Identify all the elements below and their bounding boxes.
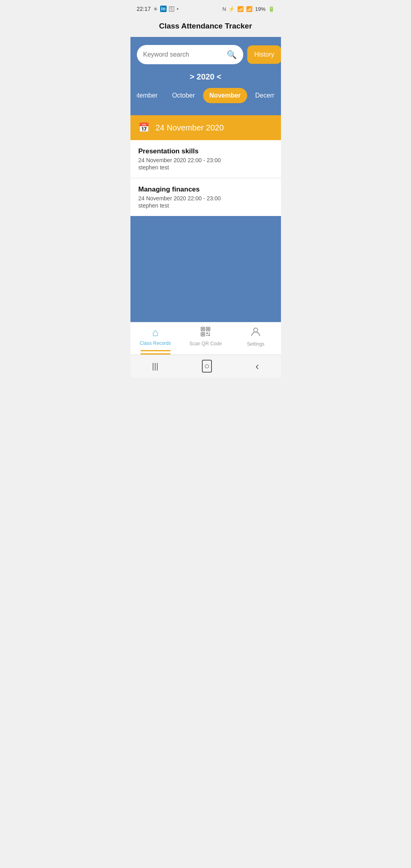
class-time-1: 24 November 2020 22:00 - 23:00 <box>138 157 273 163</box>
svg-rect-6 <box>206 332 208 334</box>
date-text: 24 November 2020 <box>156 123 224 132</box>
svg-rect-9 <box>208 334 210 336</box>
blue-spacer <box>130 216 281 322</box>
svg-rect-1 <box>202 328 204 330</box>
search-icon: 🔍 <box>227 50 237 59</box>
month-tabs: September October November December <box>137 88 275 103</box>
signal-icon: 📶 <box>246 6 252 12</box>
badge-icon: 🅂 <box>169 6 174 12</box>
month-tab-october[interactable]: October <box>166 88 201 103</box>
time-display: 22:17 <box>137 6 151 12</box>
history-button[interactable]: History <box>247 45 281 64</box>
nav-class-records-label: Class Records <box>140 340 171 346</box>
month-tab-december[interactable]: December <box>249 88 275 103</box>
month-tab-september[interactable]: September <box>137 88 164 103</box>
bluetooth-icon: ⚡ <box>228 6 235 12</box>
nav-scan-qr-label: Scan QR Code <box>189 341 222 346</box>
dot-icon: • <box>177 6 179 12</box>
date-header: 📅 24 November 2020 <box>130 115 281 140</box>
person-icon <box>250 326 261 340</box>
battery-icon: 🔋 <box>268 6 275 12</box>
svg-rect-5 <box>202 333 204 335</box>
asterisk-icon: ✳ <box>153 6 158 12</box>
nfc-icon: N <box>222 6 226 12</box>
svg-rect-7 <box>209 332 210 334</box>
nav-settings-label: Settings <box>247 341 264 347</box>
search-box[interactable]: 🔍 <box>137 45 243 64</box>
class-item-2[interactable]: Managing finances 24 November 2020 22:00… <box>130 178 281 216</box>
nav-scan-qr[interactable]: Scan QR Code <box>181 326 231 351</box>
qr-icon <box>200 326 211 339</box>
blue-header: 🔍 History > 2020 < September October Nov… <box>130 37 281 115</box>
app-title-bar: Class Attendance Tracker <box>130 16 281 37</box>
nav-class-records[interactable]: ⌂ Class Records <box>130 326 181 351</box>
class-list: Presentation skills 24 November 2020 22:… <box>130 140 281 216</box>
class-item-1[interactable]: Presentation skills 24 November 2020 22:… <box>130 140 281 178</box>
system-nav: ||| ○ ‹ <box>130 355 281 377</box>
search-row: 🔍 History <box>137 45 275 64</box>
menu-button[interactable]: ||| <box>152 362 159 371</box>
home-icon: ⌂ <box>152 326 159 339</box>
app-title: Class Attendance Tracker <box>130 22 281 31</box>
calendar-icon: 📅 <box>138 122 149 133</box>
year-selector[interactable]: > 2020 < <box>137 72 275 82</box>
nav-settings[interactable]: Settings <box>231 326 281 351</box>
class-teacher-1: stephen test <box>138 164 273 171</box>
bottom-nav: ⌂ Class Records <box>130 322 281 355</box>
class-name-2: Managing finances <box>138 185 273 194</box>
svg-rect-3 <box>207 328 209 330</box>
class-time-2: 24 November 2020 22:00 - 23:00 <box>138 195 273 202</box>
status-bar: 22:17 ✳ in 🅂 • N ⚡ 📶 📶 19% 🔋 <box>130 0 281 16</box>
wifi-icon: 📶 <box>237 6 244 12</box>
home-button[interactable]: ○ <box>202 360 212 373</box>
linkedin-icon: in <box>160 6 167 12</box>
class-name-1: Presentation skills <box>138 147 273 155</box>
battery-display: 19% <box>255 6 265 12</box>
svg-rect-8 <box>206 335 208 336</box>
month-tab-november[interactable]: November <box>203 88 247 103</box>
class-teacher-2: stephen test <box>138 202 273 209</box>
search-input[interactable] <box>143 51 224 58</box>
back-button[interactable]: ‹ <box>256 360 259 373</box>
svg-point-10 <box>254 328 258 332</box>
